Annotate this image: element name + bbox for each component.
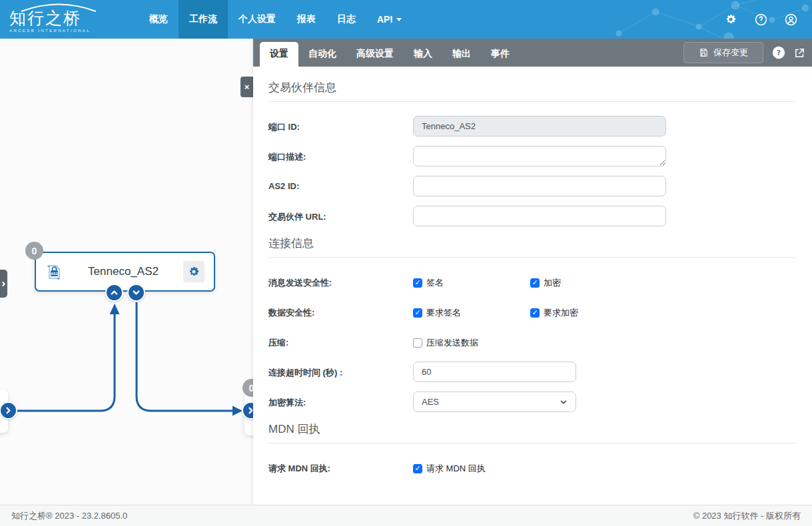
logo-tagline: ARCESB INTERNATIONAL	[9, 29, 127, 33]
port-description-textarea[interactable]	[413, 146, 666, 166]
external-link-icon	[794, 47, 805, 59]
encryption-algorithm-select[interactable]: AES	[413, 392, 576, 412]
help-icon: ?	[771, 45, 786, 60]
node-output-port-button[interactable]	[127, 284, 145, 302]
nav-item-personal-settings[interactable]: 个人设置	[228, 0, 286, 39]
tab-advanced-settings[interactable]: 高级设置	[346, 42, 404, 67]
sidebar-expand-handle[interactable]	[0, 270, 7, 298]
nav-item-overview[interactable]: 概览	[139, 0, 179, 39]
chevron-right-icon	[246, 406, 253, 415]
node-settings-button[interactable]	[183, 261, 204, 282]
panel-close-button[interactable]: ×	[240, 77, 253, 97]
section-divider	[268, 443, 796, 443]
compress-data-checkbox[interactable]	[413, 338, 422, 348]
section-title: MDN 回执	[268, 421, 796, 437]
workflow-canvas[interactable]: 0 0 AS2 » « Tenneco_AS2	[0, 39, 253, 505]
port-id-input[interactable]	[413, 116, 666, 136]
top-navigation-bar: 知行之桥 ARCESB INTERNATIONAL 概览 工作流 个人设置 报表…	[0, 0, 812, 39]
form-row-request-mdn: 请求 MDN 回执: 请求 MDN 回执	[268, 457, 796, 478]
require-encrypt-checkbox[interactable]	[530, 308, 540, 318]
checkbox-option-require-sign: 要求签名	[413, 307, 530, 319]
as2-connector-icon: AS2 » «	[45, 263, 63, 281]
footer-version-text: 知行之桥® 2023 - 23.2.8605.0	[11, 510, 127, 522]
nav-right-icons	[724, 0, 797, 39]
account-button[interactable]	[784, 13, 797, 26]
partner-url-input[interactable]	[413, 206, 666, 226]
form-row-port-description: 端口描述:	[268, 146, 796, 166]
account-icon	[785, 13, 797, 26]
dropdown-caret-icon	[396, 18, 402, 21]
nav-item-workflow[interactable]: 工作流	[179, 0, 228, 39]
panel-help-button[interactable]: ?	[771, 45, 786, 60]
form-row-port-id: 端口 ID:	[268, 116, 796, 136]
nav-item-logs[interactable]: 日志	[326, 0, 366, 39]
node-input-port-button[interactable]	[105, 284, 123, 302]
chevron-down-icon	[132, 288, 141, 297]
footer-copyright-text: © 2023 知行软件 - 版权所有	[693, 510, 801, 522]
sign-checkbox[interactable]	[413, 278, 422, 288]
request-mdn-checkbox[interactable]	[413, 464, 422, 473]
chevron-right-icon	[4, 406, 13, 415]
chevron-up-icon	[110, 288, 119, 297]
form-row-as2-id: AS2 ID:	[268, 176, 796, 196]
require-sign-checkbox[interactable]	[413, 308, 422, 318]
selected-value: AES	[422, 397, 439, 407]
checkbox-option-request-mdn: 请求 MDN 回执	[413, 463, 530, 475]
form-row-partner-url: 交易伙伴 URL:	[268, 206, 796, 226]
panel-tab-bar: 设置 自动化 高级设置 输入 输出 事件 保存变更 ?	[253, 39, 812, 67]
form-row-compression: 压缩: 压缩发送数据	[268, 332, 796, 352]
left-node-port-button[interactable]	[0, 401, 17, 419]
node-title: Tenneco_AS2	[63, 265, 183, 278]
chevron-down-icon	[560, 398, 568, 406]
tab-output[interactable]: 输出	[442, 42, 481, 67]
form-row-data-security: 数据安全性: 要求签名 要求加密	[268, 302, 796, 322]
section-trading-partner-info: 交易伙伴信息 端口 ID: 端口描述: AS2 ID: 交易伙伴 URL:	[268, 80, 796, 226]
panel-actions: 保存变更 ?	[683, 39, 805, 67]
form-row-encryption-algorithm: 加密算法: AES	[268, 392, 796, 412]
nav-item-reports[interactable]: 报表	[286, 0, 326, 39]
checkbox-option-require-encrypt: 要求加密	[530, 307, 647, 319]
encrypt-checkbox[interactable]	[530, 278, 540, 288]
workflow-node-tenneco-as2[interactable]: AS2 » « Tenneco_AS2	[35, 252, 215, 292]
section-connection-info: 连接信息 消息发送安全性: 签名 加密	[268, 236, 796, 412]
checkbox-option-compress-data: 压缩发送数据	[413, 337, 530, 349]
node-message-badge: 0	[25, 242, 43, 260]
nav-item-api[interactable]: API	[366, 0, 412, 39]
chevron-right-icon	[1, 281, 7, 287]
save-icon	[699, 48, 708, 57]
settings-gear-button[interactable]	[724, 13, 737, 26]
section-mdn-receipt: MDN 回执 请求 MDN 回执: 请求 MDN 回执	[268, 421, 796, 478]
application-window: 知行之桥 ARCESB INTERNATIONAL 概览 工作流 个人设置 报表…	[0, 0, 812, 526]
tab-settings[interactable]: 设置	[260, 42, 298, 67]
as2-id-input[interactable]	[413, 176, 666, 196]
logo-arc-decoration	[19, 3, 99, 12]
settings-panel: 设置 自动化 高级设置 输入 输出 事件 保存变更 ?	[253, 39, 812, 505]
checkbox-option-encrypt: 加密	[530, 277, 647, 289]
save-changes-button[interactable]: 保存变更	[683, 42, 763, 63]
settings-form: 交易伙伴信息 端口 ID: 端口描述: AS2 ID: 交易伙伴 URL:	[253, 67, 812, 505]
gear-icon	[725, 13, 737, 25]
section-title: 连接信息	[268, 236, 796, 251]
gear-icon	[188, 266, 200, 278]
form-row-timeout: 连接超时时间 (秒) :	[268, 362, 796, 382]
svg-text:?: ?	[777, 49, 781, 57]
timeout-input[interactable]	[413, 362, 576, 382]
nav-menu: 概览 工作流 个人设置 报表 日志 API	[139, 0, 412, 39]
checkbox-option-sign: 签名	[413, 277, 530, 289]
footer: 知行之桥® 2023 - 23.2.8605.0 © 2023 知行软件 - 版…	[0, 505, 812, 526]
tab-events[interactable]: 事件	[481, 42, 520, 67]
section-divider	[268, 257, 796, 258]
tab-automation[interactable]: 自动化	[298, 42, 346, 67]
tab-input[interactable]: 输入	[404, 42, 442, 67]
help-icon	[755, 13, 767, 26]
svg-text:AS2: AS2	[51, 271, 58, 275]
open-external-button[interactable]	[794, 47, 805, 59]
app-logo[interactable]: 知行之桥 ARCESB INTERNATIONAL	[0, 0, 127, 39]
save-changes-label: 保存变更	[713, 47, 748, 59]
section-divider	[268, 101, 796, 102]
help-button[interactable]	[754, 13, 767, 26]
section-title: 交易伙伴信息	[268, 80, 796, 95]
form-row-message-security: 消息发送安全性: 签名 加密	[268, 272, 796, 292]
